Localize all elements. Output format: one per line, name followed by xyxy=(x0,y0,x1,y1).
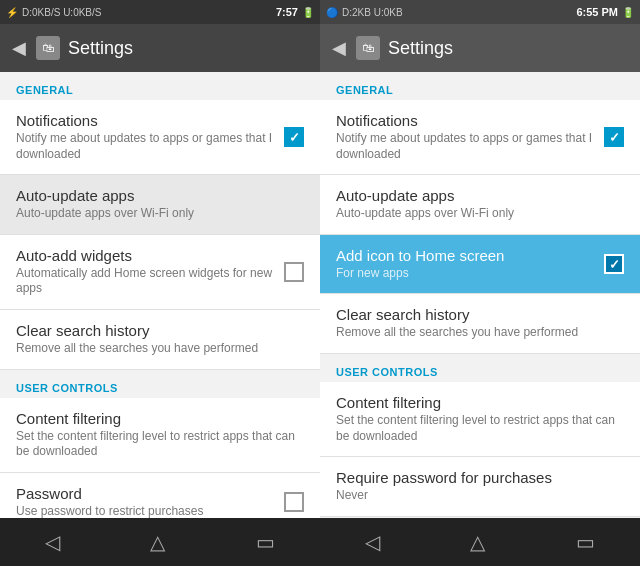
right-autoupdate-item[interactable]: Auto-update apps Auto-update apps over W… xyxy=(320,175,640,235)
left-clearsearch-title: Clear search history xyxy=(16,322,296,339)
right-clearsearch-subtitle: Remove all the searches you have perform… xyxy=(336,325,616,341)
left-autowidgets-title: Auto-add widgets xyxy=(16,247,276,264)
left-contentfilter-text: Content filtering Set the content filter… xyxy=(16,410,296,460)
right-contentfilter-text: Content filtering Set the content filter… xyxy=(336,394,616,444)
left-network-info: D:0KB/S U:0KB/S xyxy=(22,7,101,18)
right-notifications-text: Notifications Notify me about updates to… xyxy=(336,112,596,162)
right-password-subtitle: Never xyxy=(336,488,616,504)
right-app-icon: 🛍 xyxy=(356,36,380,60)
left-status-right: 7:57 🔋 xyxy=(276,6,314,18)
right-app-bar: ◀ 🛍 Settings xyxy=(320,24,640,72)
left-autoupdate-item[interactable]: Auto-update apps Auto-update apps over W… xyxy=(0,175,320,235)
right-clearsearch-text: Clear search history Remove all the sear… xyxy=(336,306,616,341)
left-notifications-checkbox[interactable] xyxy=(284,127,304,147)
right-addicon-item[interactable]: Add icon to Home screen For new apps xyxy=(320,235,640,295)
right-status-icons: 🔵 D:2KB U:0KB xyxy=(326,7,403,18)
left-status-icons: ⚡ D:0KB/S U:0KB/S xyxy=(6,7,101,18)
right-settings-content: GENERAL Notifications Notify me about up… xyxy=(320,72,640,518)
left-back-nav[interactable]: ◁ xyxy=(45,530,60,554)
right-addicon-title: Add icon to Home screen xyxy=(336,247,596,264)
right-password-title: Require password for purchases xyxy=(336,469,616,486)
left-password-title: Password xyxy=(16,485,276,502)
left-time: 7:57 xyxy=(276,6,298,18)
left-app-icon: 🛍 xyxy=(36,36,60,60)
left-password-item[interactable]: Password Use password to restrict purcha… xyxy=(0,473,320,518)
right-bt-icon: 🔵 xyxy=(326,7,338,18)
right-addicon-subtitle: For new apps xyxy=(336,266,596,282)
right-status-right: 6:55 PM 🔋 xyxy=(576,6,634,18)
right-notifications-subtitle: Notify me about updates to apps or games… xyxy=(336,131,596,162)
right-autoupdate-subtitle: Auto-update apps over Wi-Fi only xyxy=(336,206,616,222)
right-nav-bar: ◁ △ ▭ xyxy=(320,518,640,566)
left-contentfilter-title: Content filtering xyxy=(16,410,296,427)
right-password-text: Require password for purchases Never xyxy=(336,469,616,504)
right-autoupdate-title: Auto-update apps xyxy=(336,187,616,204)
left-notifications-item[interactable]: Notifications Notify me about updates to… xyxy=(0,100,320,175)
right-network-info: D:2KB U:0KB xyxy=(342,7,403,18)
left-app-bar: ◀ 🛍 Settings xyxy=(0,24,320,72)
left-notifications-subtitle: Notify me about updates to apps or games… xyxy=(16,131,276,162)
right-autoupdate-text: Auto-update apps Auto-update apps over W… xyxy=(336,187,616,222)
left-autoupdate-title: Auto-update apps xyxy=(16,187,296,204)
left-autowidgets-checkbox[interactable] xyxy=(284,262,304,282)
left-autowidgets-item[interactable]: Auto-add widgets Automatically add Home … xyxy=(0,235,320,310)
left-settings-content: GENERAL Notifications Notify me about up… xyxy=(0,72,320,518)
left-clearsearch-item[interactable]: Clear search history Remove all the sear… xyxy=(0,310,320,370)
right-clearsearch-title: Clear search history xyxy=(336,306,616,323)
left-usercontrols-header: USER CONTROLS xyxy=(0,370,320,398)
right-contentfilter-subtitle: Set the content filtering level to restr… xyxy=(336,413,616,444)
right-battery-icon: 🔋 xyxy=(622,7,634,18)
left-recent-nav[interactable]: ▭ xyxy=(256,530,275,554)
left-clearsearch-text: Clear search history Remove all the sear… xyxy=(16,322,296,357)
left-notifications-title: Notifications xyxy=(16,112,276,129)
right-contentfilter-title: Content filtering xyxy=(336,394,616,411)
left-back-button[interactable]: ◀ xyxy=(12,37,26,59)
left-password-subtitle: Use password to restrict purchases xyxy=(16,504,276,518)
left-panel: ⚡ D:0KB/S U:0KB/S 7:57 🔋 ◀ 🛍 Settings GE… xyxy=(0,0,320,566)
right-notifications-title: Notifications xyxy=(336,112,596,129)
left-home-nav[interactable]: △ xyxy=(150,530,165,554)
right-notifications-item[interactable]: Notifications Notify me about updates to… xyxy=(320,100,640,175)
left-autoupdate-text: Auto-update apps Auto-update apps over W… xyxy=(16,187,296,222)
right-password-item[interactable]: Require password for purchases Never xyxy=(320,457,640,517)
left-password-text: Password Use password to restrict purcha… xyxy=(16,485,276,518)
right-addicon-checkbox[interactable] xyxy=(604,254,624,274)
left-status-icon: ⚡ xyxy=(6,7,18,18)
right-home-nav[interactable]: △ xyxy=(470,530,485,554)
right-panel: 🔵 D:2KB U:0KB 6:55 PM 🔋 ◀ 🛍 Settings GEN… xyxy=(320,0,640,566)
left-nav-bar: ◁ △ ▭ xyxy=(0,518,320,566)
right-app-title: Settings xyxy=(388,38,453,59)
right-back-nav[interactable]: ◁ xyxy=(365,530,380,554)
left-autoupdate-subtitle: Auto-update apps over Wi-Fi only xyxy=(16,206,296,222)
right-notifications-checkbox[interactable] xyxy=(604,127,624,147)
right-clearsearch-item[interactable]: Clear search history Remove all the sear… xyxy=(320,294,640,354)
left-autowidgets-subtitle: Automatically add Home screen widgets fo… xyxy=(16,266,276,297)
right-back-button[interactable]: ◀ xyxy=(332,37,346,59)
left-signal-icons: 🔋 xyxy=(302,7,314,18)
right-recent-nav[interactable]: ▭ xyxy=(576,530,595,554)
left-status-bar: ⚡ D:0KB/S U:0KB/S 7:57 🔋 xyxy=(0,0,320,24)
left-notifications-text: Notifications Notify me about updates to… xyxy=(16,112,276,162)
left-autowidgets-text: Auto-add widgets Automatically add Home … xyxy=(16,247,276,297)
right-usercontrols-header: USER CONTROLS xyxy=(320,354,640,382)
left-clearsearch-subtitle: Remove all the searches you have perform… xyxy=(16,341,296,357)
left-password-checkbox[interactable] xyxy=(284,492,304,512)
right-contentfilter-item[interactable]: Content filtering Set the content filter… xyxy=(320,382,640,457)
right-general-header: GENERAL xyxy=(320,72,640,100)
right-time: 6:55 PM xyxy=(576,6,618,18)
left-app-title: Settings xyxy=(68,38,133,59)
left-contentfilter-subtitle: Set the content filtering level to restr… xyxy=(16,429,296,460)
left-contentfilter-item[interactable]: Content filtering Set the content filter… xyxy=(0,398,320,473)
left-general-header: GENERAL xyxy=(0,72,320,100)
right-status-bar: 🔵 D:2KB U:0KB 6:55 PM 🔋 xyxy=(320,0,640,24)
right-addicon-text: Add icon to Home screen For new apps xyxy=(336,247,596,282)
